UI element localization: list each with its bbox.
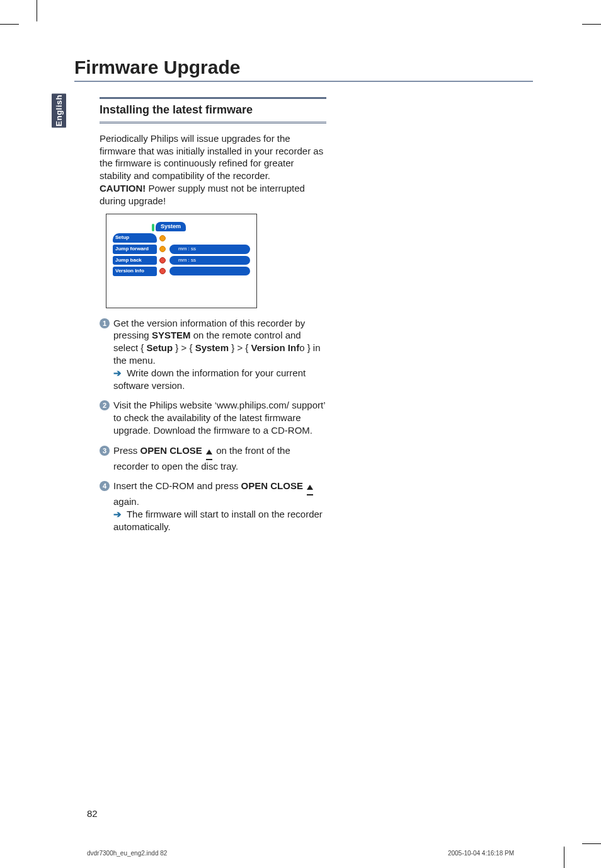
title-rule	[74, 81, 533, 82]
language-tab: English	[52, 93, 66, 127]
step-2: 2 Visit the Philips website ‘www.philips…	[100, 399, 326, 436]
caution-label: CAUTION!	[100, 183, 146, 194]
section-rule-bottom	[100, 122, 326, 126]
intro-text: Periodically Philips will issue upgrades…	[100, 133, 323, 181]
crop-mark	[564, 847, 564, 868]
footer-file: dvdr7300h_eu_eng2.indd 82	[87, 850, 167, 857]
step-number-icon: 3	[100, 446, 110, 456]
section-heading: Installing the latest firmware	[100, 101, 326, 119]
step-4: 4 Insert the CD-ROM and press OPEN CLOSE…	[100, 480, 326, 533]
step4-note: The firmware will start to install on th…	[113, 509, 323, 532]
menu-row-jump-back: Jump back mm : ss	[113, 256, 250, 265]
step-number-icon: 4	[100, 481, 110, 491]
page-number: 82	[87, 808, 98, 819]
step4-openclose: OPEN CLOSE	[241, 480, 303, 491]
step2-text: Visit the Philips website ‘www.philips.c…	[113, 400, 325, 436]
content-area: Firmware Upgrade English Installing the …	[37, 24, 564, 844]
nav-dot-icon	[159, 257, 166, 263]
nav-dot-icon	[159, 235, 166, 241]
crop-mark	[582, 24, 601, 25]
step3-text-a: Press	[113, 445, 140, 456]
arrow-icon: ➔	[113, 367, 122, 378]
menu-label-setup: Setup	[113, 233, 157, 243]
step1-setup: Setup	[147, 342, 173, 353]
menu-label-jump-back: Jump back	[113, 256, 157, 265]
menu-tab-system: System	[156, 222, 186, 232]
section-body: Installing the latest firmware Periodica…	[100, 97, 326, 533]
menu-screenshot: System Setup Jump forward mm : ss Jump b…	[106, 214, 257, 308]
step-number-icon: 1	[100, 318, 110, 328]
crop-mark	[37, 0, 37, 21]
menu-value-version-info	[169, 267, 250, 275]
menu-row-setup: Setup	[113, 233, 250, 243]
step1-version: Version Inf	[251, 342, 299, 353]
step-1: 1 Get the version information of this re…	[100, 317, 326, 392]
eject-icon	[307, 481, 313, 495]
step4-text-c: again.	[113, 496, 139, 507]
menu-label-jump-forward: Jump forward	[113, 245, 157, 254]
page-title: Firmware Upgrade	[74, 57, 533, 78]
step1-system: SYSTEM	[152, 330, 191, 340]
step3-openclose: OPEN CLOSE	[140, 445, 202, 456]
page: Firmware Upgrade English Installing the …	[0, 0, 601, 868]
arrow-icon: ➔	[113, 509, 122, 519]
menu-row-jump-forward: Jump forward mm : ss	[113, 245, 250, 254]
crop-mark	[582, 843, 601, 844]
menu-label-version-info: Version Info	[113, 267, 157, 276]
nav-dot-icon	[159, 246, 166, 252]
nav-dot-icon	[159, 268, 166, 274]
menu-value-jump-back: mm : ss	[169, 256, 250, 265]
step1-text-g: } > {	[229, 342, 251, 353]
step-3: 3 Press OPEN CLOSE on the front of the r…	[100, 444, 326, 473]
step-number-icon: 2	[100, 400, 110, 410]
step1-note: Write down the information for your curr…	[113, 367, 306, 391]
menu-value-jump-forward: mm : ss	[169, 245, 250, 254]
crop-mark	[0, 24, 19, 25]
step4-text-a: Insert the CD-ROM and press	[113, 480, 241, 491]
section-rule-top	[100, 97, 326, 99]
intro-paragraph: Periodically Philips will issue upgrades…	[100, 132, 326, 207]
step1-text-e: } > {	[173, 342, 195, 353]
menu-header-row: System	[113, 222, 250, 232]
menu-row-version-info: Version Info	[113, 267, 250, 276]
step1-system2: System	[195, 342, 229, 353]
eject-icon	[206, 446, 212, 460]
footer-timestamp: 2005-10-04 4:16:18 PM	[448, 850, 514, 857]
indicator-icon	[152, 224, 154, 231]
